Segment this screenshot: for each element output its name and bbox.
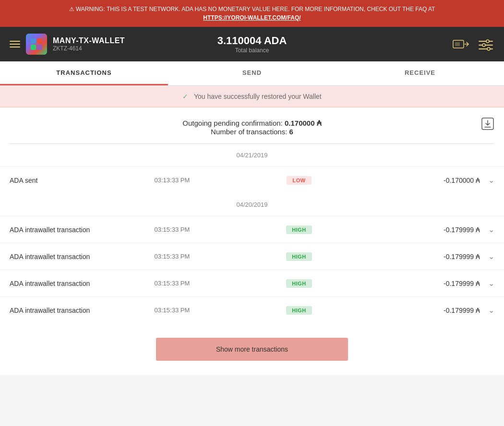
pending-tx-count-line: Number of transactions: 6 [10, 128, 494, 136]
warning-banner: ⚠ WARNING: THIS IS A TEST NETWORK. ADA H… [0, 0, 504, 27]
expand-chevron-icon[interactable]: ⌄ [480, 306, 494, 315]
svg-rect-1 [31, 38, 36, 44]
export-button[interactable] [481, 117, 494, 133]
tx-amount: -0.179999 ₳ [335, 253, 480, 260]
fee-badge: HIGH [286, 306, 312, 315]
svg-rect-4 [37, 45, 42, 50]
tx-badge-container: HIGH [263, 306, 336, 315]
tx-amount: -0.179999 ₳ [335, 307, 480, 314]
date-header-1: 04/21/2019 [0, 144, 504, 166]
svg-point-11 [482, 44, 485, 47]
warning-link[interactable]: HTTPS://YOROI-WALLET.COM/FAQ/ [203, 14, 300, 21]
tx-count-label: Number of transactions: [211, 128, 287, 136]
tx-time: 03:15:33 PM [155, 253, 263, 260]
svg-point-12 [487, 47, 490, 50]
wallet-id: ZKTZ-4614 [53, 45, 125, 52]
svg-point-10 [486, 40, 489, 43]
balance-display: 3.110004 ADA Total balance [171, 35, 333, 54]
success-check-icon: ✓ [182, 93, 188, 100]
warning-icon: ⚠ [69, 6, 74, 12]
tab-send[interactable]: SEND [168, 61, 336, 85]
svg-rect-3 [31, 45, 36, 50]
transaction-row[interactable]: ADA intrawallet transaction 03:15:33 PM … [0, 296, 504, 323]
tx-count-value: 6 [289, 128, 293, 136]
expand-chevron-icon[interactable]: ⌄ [480, 176, 494, 185]
wallet-details: MANY-TX-WALLET ZKTZ-4614 [53, 36, 125, 52]
tx-time: 03:15:33 PM [155, 280, 263, 287]
tx-amount: -0.170000 ₳ [335, 177, 480, 184]
wallet-avatar [26, 34, 47, 55]
tx-amount: -0.179999 ₳ [335, 226, 480, 234]
pending-confirmation-line: Outgoing pending confirmation: 0.170000 … [10, 119, 494, 128]
pending-amount: 0.170000 ₳ [285, 119, 322, 127]
tx-type: ADA intrawallet transaction [10, 226, 155, 234]
show-more-container: Show more transactions [0, 323, 504, 375]
tx-type: ADA intrawallet transaction [10, 253, 155, 260]
success-message: You have successfully restored your Wall… [194, 93, 322, 100]
pending-label: Outgoing pending confirmation: [182, 119, 282, 127]
fee-badge: LOW [287, 176, 311, 185]
tx-badge-container: HIGH [263, 279, 336, 288]
svg-rect-6 [455, 42, 460, 46]
fee-badge: HIGH [286, 252, 312, 261]
transaction-row[interactable]: ADA intrawallet transaction 03:15:33 PM … [0, 216, 504, 243]
transaction-row[interactable]: ADA sent 03:13:33 PM LOW -0.170000 ₳ ⌄ [0, 166, 504, 193]
tx-type: ADA intrawallet transaction [10, 307, 155, 314]
expand-chevron-icon[interactable]: ⌄ [480, 225, 494, 234]
tab-transactions[interactable]: TRANSACTIONS [0, 61, 168, 85]
tx-type: ADA intrawallet transaction [10, 280, 155, 287]
tx-amount: -0.179999 ₳ [335, 280, 480, 287]
show-more-button[interactable]: Show more transactions [156, 338, 348, 361]
tab-receive[interactable]: RECEIVE [336, 61, 504, 85]
tx-time: 03:13:33 PM [155, 177, 263, 184]
menu-icon[interactable] [10, 41, 20, 47]
main-content: ✓ You have successfully restored your Wa… [0, 86, 504, 375]
tx-time: 03:15:33 PM [155, 307, 263, 314]
tx-time: 03:15:33 PM [155, 226, 263, 233]
warning-text: WARNING: THIS IS A TEST NETWORK. ADA HAS… [76, 6, 435, 12]
pending-info: Outgoing pending confirmation: 0.170000 … [0, 107, 504, 143]
expand-chevron-icon[interactable]: ⌄ [480, 252, 494, 261]
transaction-row[interactable]: ADA intrawallet transaction 03:15:33 PM … [0, 243, 504, 270]
success-banner: ✓ You have successfully restored your Wa… [0, 86, 504, 107]
nav-tabs: TRANSACTIONS SEND RECEIVE [0, 61, 504, 86]
header-actions [333, 36, 494, 52]
settings-icon[interactable] [477, 36, 494, 52]
app-header: MANY-TX-WALLET ZKTZ-4614 3.110004 ADA To… [0, 27, 504, 61]
tx-badge-container: HIGH [263, 225, 336, 234]
svg-rect-2 [37, 38, 42, 44]
tx-type: ADA sent [10, 177, 155, 184]
date-header-2: 04/20/2019 [0, 193, 504, 216]
tx-badge-container: HIGH [263, 252, 336, 261]
fee-badge: HIGH [286, 225, 312, 234]
expand-chevron-icon[interactable]: ⌄ [480, 279, 494, 288]
fee-badge: HIGH [286, 279, 312, 288]
send-action-icon[interactable] [452, 36, 469, 52]
wallet-name: MANY-TX-WALLET [53, 36, 125, 45]
balance-label: Total balance [171, 47, 333, 54]
wallet-info-area: MANY-TX-WALLET ZKTZ-4614 [10, 34, 171, 55]
transaction-row[interactable]: ADA intrawallet transaction 03:15:33 PM … [0, 270, 504, 296]
balance-amount: 3.110004 ADA [171, 35, 333, 47]
tx-badge-container: LOW [263, 176, 336, 185]
